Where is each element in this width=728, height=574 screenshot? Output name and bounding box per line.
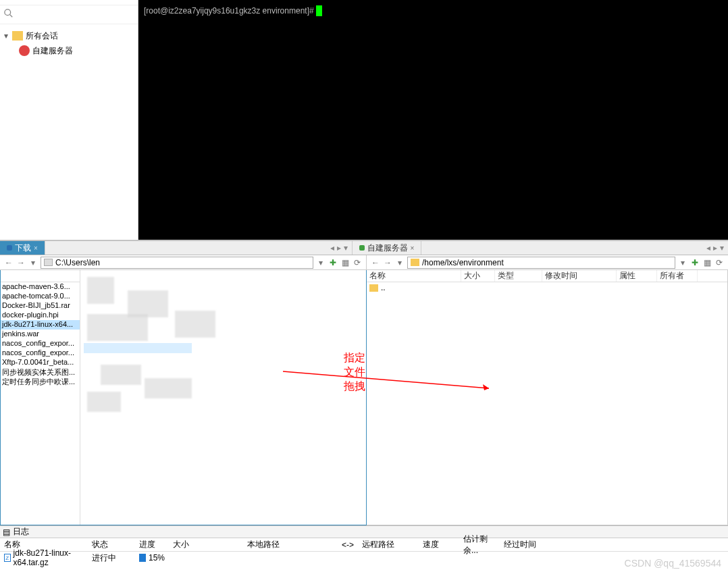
local-detail-area: 指定文件拖拽 [80,270,366,525]
log-col-local-path[interactable]: 本地路径 [243,538,338,551]
log-col-remaining[interactable]: 估计剩余... [459,538,500,551]
log-col-elapsed[interactable]: 经过时间 [500,538,540,551]
watermark-text: CSDN @qq_41569544 [625,558,721,569]
log-panel-title-row: ▤ 日志 [0,526,728,538]
view-options-icon[interactable]: ▦ [702,258,712,267]
log-file-name: jdk-8u271-linux-x64.tar.gz [14,548,84,567]
log-title-text: 日志 [13,526,29,538]
drag-annotation: 指定文件拖拽 [344,351,366,394]
path-dropdown-icon[interactable]: ▾ [678,258,687,267]
close-icon[interactable]: × [411,244,415,252]
new-folder-icon[interactable]: ✚ [690,258,700,267]
log-col-speed[interactable]: 速度 [419,538,459,551]
remote-tab-label: 自建服务器 [367,242,408,254]
chevron-right-icon[interactable]: ▸ [713,243,717,253]
remote-parent-label: .. [381,283,386,292]
remote-path-text: /home/lxs/environment [422,258,504,267]
remote-path-input[interactable]: /home/lxs/environment [407,257,675,269]
local-file-row[interactable]: apache-tomcat-9.0... [1,292,80,301]
chevron-left-icon[interactable]: ◂ [330,243,334,253]
session-child-row[interactable]: 自建服务器 [0,43,138,58]
close-icon[interactable]: × [34,244,38,252]
session-search-row [0,5,138,24]
session-search-input[interactable] [18,10,134,20]
history-dropdown-icon[interactable]: ▾ [28,258,38,267]
local-file-row[interactable]: apache-maven-3.6... [1,282,80,292]
local-path-input[interactable]: C:\Users\len [41,257,313,269]
local-file-row[interactable]: jdk-8u271-linux-x64... [1,320,80,330]
folder-icon [369,284,378,292]
log-icon: ▤ [3,527,10,537]
col-mtime[interactable]: 修改时间 [542,270,617,282]
new-folder-icon[interactable]: ✚ [328,258,338,267]
log-col-remote-path[interactable]: 远程路径 [358,538,419,551]
remote-row-parent[interactable]: .. [367,282,727,293]
terminal-pane[interactable]: [root@iz2zea7yijqy9s16u1gkz3z environmen… [138,0,728,240]
local-pane: apache-maven-3.6...apache-tomcat-9.0...D… [0,270,367,525]
local-file-row[interactable]: 同步视频实体关系图... [1,367,80,377]
file-panes: apache-maven-3.6...apache-tomcat-9.0...D… [0,270,728,525]
session-child-label: 自建服务器 [32,45,73,57]
remote-file-list[interactable]: .. [367,282,727,525]
refresh-icon[interactable]: ⟳ [714,258,724,267]
local-file-row[interactable]: nacos_config_expor... [1,339,80,348]
view-options-icon[interactable]: ▦ [340,258,350,267]
col-name[interactable]: 名称 [367,270,461,282]
local-file-row[interactable]: docker-plugin.hpi [1,311,80,320]
terminal-cursor [316,5,322,16]
drive-icon [44,259,53,266]
forward-icon[interactable]: → [16,258,26,267]
local-tab[interactable]: 下载 × [0,241,45,255]
local-file-list[interactable]: apache-maven-3.6...apache-tomcat-9.0...D… [1,270,80,525]
svg-line-1 [10,15,13,18]
terminal-prompt: [root@iz2zea7yijqy9s16u1gkz3z environmen… [144,6,316,16]
log-progress: 15% [149,553,165,563]
folder-icon [411,259,419,266]
remote-tab-dot-icon [359,245,365,251]
col-owner[interactable]: 所有者 [657,270,698,282]
log-col-progress[interactable]: 进度 [135,538,169,551]
forward-icon[interactable]: → [383,258,392,267]
local-path-toolbar: ← → ▾ C:\Users\len ▾ ✚ ▦ ⟳ [0,255,367,270]
server-icon [19,45,30,56]
log-header: 名称 状态 进度 大小 本地路径 <-> 远程路径 速度 估计剩余... 经过时… [0,538,728,552]
back-icon[interactable]: ← [371,258,380,267]
local-list-header [1,270,80,282]
remote-list-header: 名称 大小 类型 修改时间 属性 所有者 [367,270,727,282]
log-col-status[interactable]: 状态 [88,538,135,551]
local-path-text: C:\Users\len [55,258,100,267]
file-tabs-strip: 下载 × ◂ ▸ ▾ 自建服务器 × ◂ ▸ ▾ [0,240,728,255]
log-col-direction[interactable]: <-> [338,538,358,551]
session-root-row[interactable]: ▾ 所有会话 [0,28,138,43]
chevron-right-icon[interactable]: ▸ [337,243,341,253]
col-size[interactable]: 大小 [461,270,495,282]
remote-tab[interactable]: 自建服务器 × [353,241,422,255]
refresh-icon[interactable]: ⟳ [353,258,362,267]
local-file-row[interactable]: Docker-BIJI_jb51.rar [1,301,80,311]
log-row[interactable]: Z jdk-8u271-linux-x64.tar.gz 进行中 15% [0,552,728,564]
progress-bar-icon [139,554,146,562]
log-col-size[interactable]: 大小 [169,538,243,551]
local-file-row[interactable]: Xftp-7.0.0041r_beta... [1,358,80,367]
log-status: 进行中 [88,552,135,564]
chevron-left-icon[interactable]: ◂ [706,243,710,253]
back-icon[interactable]: ← [4,258,14,267]
menu-icon[interactable]: ▾ [344,243,348,253]
local-file-row[interactable]: nacos_config_expor... [1,348,80,358]
svg-line-2 [283,371,489,388]
session-root-label: 所有会话 [26,30,58,42]
svg-point-0 [5,9,11,16]
col-attr[interactable]: 属性 [617,270,657,282]
history-dropdown-icon[interactable]: ▾ [395,258,405,267]
tree-collapse-icon[interactable]: ▾ [4,31,12,41]
col-type[interactable]: 类型 [495,270,542,282]
session-tree: ▾ 所有会话 自建服务器 [0,24,138,240]
path-bars: ← → ▾ C:\Users\len ▾ ✚ ▦ ⟳ ← → ▾ /home/l… [0,255,728,270]
path-dropdown-icon[interactable]: ▾ [316,258,326,267]
menu-icon[interactable]: ▾ [720,243,724,253]
local-file-row[interactable]: 定时任务同步中欧课... [1,377,80,386]
local-tab-label: 下载 [15,242,31,254]
remote-pane: 名称 大小 类型 修改时间 属性 所有者 .. [367,270,728,525]
remote-path-toolbar: ← → ▾ /home/lxs/environment ▾ ✚ ▦ ⟳ [367,255,728,270]
local-file-row[interactable]: jenkins.war [1,330,80,339]
